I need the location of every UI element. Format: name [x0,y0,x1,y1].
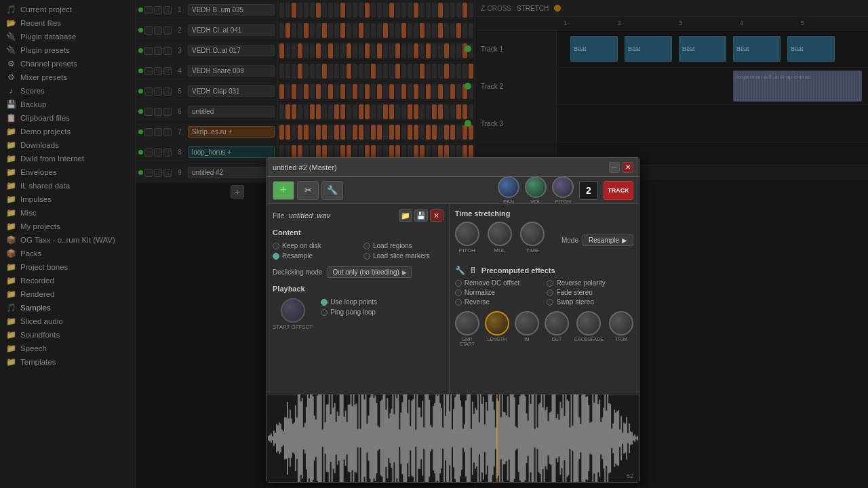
modal-scissors-button[interactable]: ✂ [297,181,319,200]
pe-crossfade-knob[interactable] [576,311,601,336]
modal-right-controls: PAN VOL PITCH 2 TRACK [498,176,633,205]
option-use-loop-points[interactable]: Use loop points [321,298,377,306]
modal-add-button[interactable]: + [273,181,294,200]
modal-wrench-button[interactable]: 🔧 [321,181,343,200]
file-actions: 📁 💾 ✕ [399,209,443,222]
file-label: File [273,211,285,220]
radio-remove-dc [455,280,462,287]
radio-normalize [455,289,462,296]
track-number-display[interactable]: 2 [579,181,598,200]
modal-body: File untitled .wav 📁 💾 ✕ Content Keep on… [267,204,639,394]
ts-time-knob[interactable] [520,222,545,246]
declick-row: Declicking mode Out only (no bleeding) ▶ [273,266,443,278]
pe-length-control: LENGTH [485,311,509,346]
pe-options-grid: Remove DC offset Reverse polarity Normal… [455,279,633,306]
pe-smp-start-knob[interactable] [455,311,479,336]
vol-knob[interactable] [525,176,547,198]
ts-content: PITCH MUL TIME Mode [455,222,633,259]
file-value: untitled .wav [289,211,330,220]
declick-value-text: Out only (no bleeding) [332,268,399,276]
ts-title: Time stretching [455,209,633,218]
pe-icon-2: 🎚 [469,266,477,275]
ts-mode-label: Mode [561,237,578,244]
pe-in-control: IN [515,311,539,346]
start-offset-label: START OFFSET [273,324,313,330]
radio-reverse [455,299,462,306]
pe-trim-knob[interactable] [609,311,633,336]
pe-trim-control: TRIM [609,311,633,346]
playback-section-title: Playback [273,285,443,293]
option-keep-on-disk[interactable]: Keep on disk [273,242,353,249]
start-offset-container: START OFFSET [273,298,313,330]
pe-option-remove-dc[interactable]: Remove DC offset [455,279,542,287]
modal-close-button[interactable]: ✕ [623,162,633,173]
option-resample[interactable]: Resample [273,252,353,260]
waveform-marker: 52 [627,472,633,479]
pe-option-reverse[interactable]: Reverse [455,298,542,306]
modal-left-panel: File untitled .wav 📁 💾 ✕ Content Keep on… [267,204,450,394]
modal-right-panel: Time stretching PITCH MUL [450,204,639,394]
modal-overlay: untitled #2 (Master) ─ ✕ + ✂ 🔧 PAN VOL [0,0,868,488]
pe-smp-start-label: SMP START [455,337,479,346]
file-clear-button[interactable]: ✕ [430,209,443,222]
playback-area: START OFFSET Use loop points Ping pong l… [273,298,443,330]
radio-load-slice-markers [363,253,370,260]
time-stretching-section: Time stretching PITCH MUL [455,209,633,259]
pan-knob[interactable] [498,176,519,198]
pe-out-knob[interactable] [545,311,569,336]
modal-window-controls: ─ ✕ [609,162,633,173]
modal-minimize-button[interactable]: ─ [609,162,620,173]
option-load-slice-markers[interactable]: Load slice markers [363,252,443,260]
pe-crossfade-control: CROSSFADE [574,311,604,346]
radio-fade-stereo [547,289,553,296]
ts-mode-value: Resample [589,237,619,244]
pe-smp-start-control: SMP START [455,311,479,346]
radio-use-loop-points [321,299,328,306]
waveform-display[interactable]: 52 [267,394,639,482]
ts-mode-dropdown[interactable]: Resample ▶ [583,235,633,246]
radio-reverse-polarity [547,280,553,287]
declick-value[interactable]: Out only (no bleeding) ▶ [328,266,411,278]
pitch-control: PITCH [552,176,574,205]
ts-pitch-knob[interactable] [455,222,479,246]
ts-time-label: TIME [526,247,538,253]
start-offset-knob[interactable] [281,298,305,323]
content-section-title: Content [273,228,443,237]
pe-length-knob[interactable] [485,311,509,336]
pe-in-label: IN [524,337,529,342]
option-ping-pong-loop[interactable]: Ping pong loop [321,308,377,316]
pe-option-swap-stereo[interactable]: Swap stereo [547,298,633,306]
ts-time-control: TIME [520,222,545,253]
ts-mul-control: MUL [488,222,512,253]
radio-keep-on-disk [273,243,279,249]
pe-out-label: OUT [551,337,561,342]
pe-knobs-row: SMP START LENGTH IN OUT [455,311,633,346]
pe-crossfade-label: CROSSFADE [574,337,604,342]
pe-out-control: OUT [545,311,569,346]
ts-mode-row: Mode Resample ▶ [561,235,633,246]
ts-mul-label: MUL [494,247,505,253]
radio-swap-stereo [547,299,553,306]
record-button[interactable]: TRACK [604,181,633,200]
pe-option-fade-stereo[interactable]: Fade stereo [547,289,633,296]
pe-title: Precomputed effects [481,266,555,274]
audio-properties-modal: untitled #2 (Master) ─ ✕ + ✂ 🔧 PAN VOL [267,157,639,483]
file-save-button[interactable]: 💾 [414,209,428,222]
radio-resample [273,253,279,260]
pe-icon-1: 🔧 [455,266,465,275]
record-button-label: TRACK [608,187,629,194]
ts-pitch-label: PITCH [459,247,475,253]
ts-mul-knob[interactable] [488,222,512,246]
modal-titlebar: untitled #2 (Master) ─ ✕ [267,158,639,177]
pitch-knob[interactable] [552,176,574,198]
ts-pitch-control: PITCH [455,222,479,253]
waveform-canvas[interactable] [267,394,639,482]
option-load-regions[interactable]: Load regions [363,242,443,249]
pe-option-normalize[interactable]: Normalize [455,289,542,296]
pe-trim-label: TRIM [615,337,627,342]
modal-title: untitled #2 (Master) [273,163,337,171]
file-open-button[interactable]: 📁 [399,209,412,222]
pe-option-reverse-polarity[interactable]: Reverse polarity [547,279,633,287]
radio-ping-pong-loop [321,309,328,316]
pe-in-knob[interactable] [515,311,539,336]
